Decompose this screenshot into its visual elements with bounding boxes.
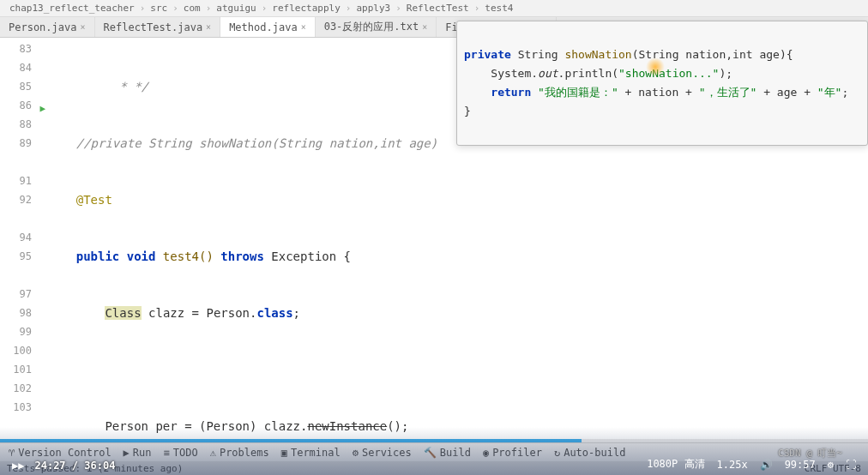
video-progress[interactable] xyxy=(0,439,868,442)
terminal-icon: ▣ xyxy=(281,447,287,459)
crumb[interactable]: atguigu xyxy=(216,3,256,14)
close-icon[interactable]: × xyxy=(80,22,85,32)
crumb[interactable]: chap13_reflect_teacher xyxy=(9,3,135,14)
tool-build[interactable]: 🔨Build xyxy=(424,447,471,459)
tool-services[interactable]: ⚙Services xyxy=(353,447,412,459)
test-status: Tests passed: 1 (2 minutes ago) xyxy=(7,463,183,474)
status-encoding[interactable]: CRLF UTF-8 xyxy=(805,463,861,474)
branch-icon: ♈ xyxy=(9,447,15,459)
crumb[interactable]: reflectapply xyxy=(272,3,340,14)
code-tooltip: private String showNation(String nation,… xyxy=(456,21,868,146)
tab-person[interactable]: Person.java× xyxy=(0,17,95,37)
close-icon[interactable]: × xyxy=(422,22,427,32)
play-icon: ▶ xyxy=(124,447,130,459)
tab-method[interactable]: Method.java× xyxy=(220,17,316,37)
close-icon[interactable]: × xyxy=(301,22,306,32)
todo-icon: ≡ xyxy=(164,447,170,459)
tool-terminal[interactable]: ▣Terminal xyxy=(281,447,341,459)
crumb[interactable]: com xyxy=(184,3,201,14)
auto-icon: ↻ xyxy=(554,447,560,459)
tool-autobuild[interactable]: ↻Auto-build xyxy=(554,447,625,459)
crumb[interactable]: src xyxy=(150,3,167,14)
watermark: CSDN @ 叮当~ xyxy=(778,447,842,460)
crumb[interactable]: ReflectTest xyxy=(407,3,469,14)
tool-profiler[interactable]: ◉Profiler xyxy=(483,447,542,459)
status-bar: Tests passed: 1 (2 minutes ago) CRLF UTF… xyxy=(0,461,868,475)
warning-icon: ⚠ xyxy=(210,447,216,459)
tool-todo[interactable]: ≡TODO xyxy=(164,447,198,459)
breadcrumb: chap13_reflect_teacher› src› com› atguig… xyxy=(0,0,868,17)
tab-reflecttest[interactable]: ReflectTest.java× xyxy=(95,17,221,37)
crumb[interactable]: apply3 xyxy=(356,3,390,14)
tool-bar: ♈Version Control ▶Run ≡TODO ⚠Problems ▣T… xyxy=(0,442,868,461)
tool-version-control[interactable]: ♈Version Control xyxy=(9,447,112,459)
line-gutter: 83 84 85 86▶ 88 89 91 92 94 95 97 98 99 … xyxy=(0,38,47,441)
tab-reflection-txt[interactable]: 03-反射的应用.txt× xyxy=(316,17,437,37)
tool-problems[interactable]: ⚠Problems xyxy=(210,447,269,459)
crumb[interactable]: test4 xyxy=(485,3,513,14)
close-icon[interactable]: × xyxy=(206,22,211,32)
build-icon: 🔨 xyxy=(424,447,437,459)
services-icon: ⚙ xyxy=(353,447,359,459)
tool-run[interactable]: ▶Run xyxy=(124,447,152,459)
profiler-icon: ◉ xyxy=(483,447,489,459)
